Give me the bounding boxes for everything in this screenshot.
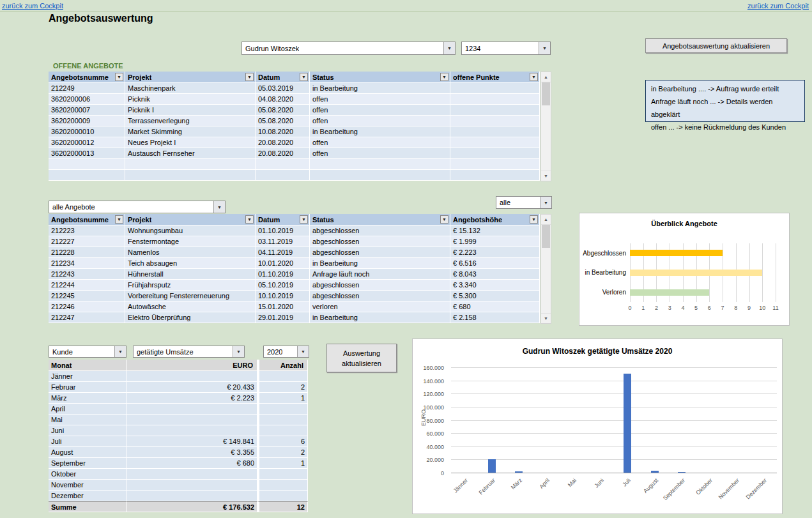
cell-projekt[interactable]: Neues Projekt I [125, 137, 256, 148]
cell-angebotsnummer[interactable]: 212243 [49, 269, 125, 280]
cell-monat[interactable]: März [49, 393, 126, 404]
cell-status[interactable]: in Bearbeitung [310, 258, 450, 269]
cell-value[interactable]: € 6.516 [450, 258, 540, 269]
cell-projekt[interactable]: Frühjahrsputz [125, 280, 256, 291]
filter-dropdown-icon[interactable]: ▼ [245, 215, 254, 224]
cell-projekt[interactable]: Fenstermontage [125, 236, 256, 247]
cell-status[interactable]: offen [310, 137, 450, 148]
cell-euro[interactable]: € 20.433 [126, 382, 257, 393]
cell-datum[interactable]: 15.01.2020 [256, 301, 310, 312]
cell-value[interactable]: € 1.999 [450, 236, 540, 247]
cell-projekt[interactable]: Elektro Überprüfung [125, 312, 256, 323]
scroll-down-icon[interactable]: ▼ [541, 171, 551, 181]
cell-angebotsnummer[interactable]: 36202000010 [49, 126, 125, 137]
cell-anzahl[interactable] [257, 371, 308, 382]
cell-status[interactable] [310, 170, 450, 181]
cell-angebotsnummer[interactable]: 212246 [49, 301, 125, 312]
cell-angebotsnummer[interactable]: 212249 [49, 83, 125, 94]
cell-datum[interactable]: 05.03.2019 [256, 83, 310, 94]
chevron-down-icon[interactable]: ▼ [213, 201, 225, 213]
cell-projekt[interactable]: Austausch Fernseher [125, 148, 256, 159]
cell-datum[interactable]: 04.08.2020 [256, 94, 310, 105]
cell-value[interactable]: € 2.158 [450, 312, 540, 323]
cell-status[interactable]: in Bearbeitung [310, 83, 450, 94]
cell-value[interactable] [450, 105, 540, 116]
cell-euro[interactable] [126, 404, 257, 415]
cell-datum[interactable]: 10.01.2020 [256, 258, 310, 269]
cell-anzahl[interactable] [257, 415, 308, 425]
cell-status[interactable]: abgeschlossen [310, 280, 450, 291]
scroll-thumb[interactable] [542, 225, 550, 248]
cell-monat[interactable]: Dezember [49, 491, 126, 501]
back-to-cockpit-link[interactable]: zurück zum Cockpit [747, 2, 809, 10]
cell-anzahl[interactable]: 1 [257, 393, 308, 404]
cell-value[interactable]: € 15.132 [450, 225, 540, 236]
cell-angebotsnummer[interactable]: 3620200009 [49, 116, 125, 126]
cell-angebotsnummer[interactable]: 212223 [49, 225, 125, 236]
filter-dropdown-icon[interactable]: ▼ [115, 215, 123, 224]
cell-angebotsnummer[interactable]: 3620200006 [49, 94, 125, 105]
cell-summe-anzahl[interactable]: 12 [257, 501, 308, 512]
cell-summe-label[interactable]: Summe [49, 501, 126, 512]
cell-value[interactable] [450, 170, 540, 181]
cell-euro[interactable] [126, 491, 257, 501]
cell-datum[interactable]: 10.10.2019 [256, 291, 310, 301]
cell-datum[interactable]: 20.08.2020 [256, 148, 310, 159]
filter-dropdown-icon[interactable]: ▼ [115, 73, 123, 81]
cell-status[interactable]: offen [310, 94, 450, 105]
cell-anzahl[interactable]: 1 [257, 458, 308, 469]
chevron-down-icon[interactable]: ▼ [540, 197, 551, 208]
cell-summe-euro[interactable]: € 176.532 [126, 501, 257, 512]
cell-euro[interactable] [126, 480, 257, 491]
code-dropdown[interactable]: 1234 ▼ [461, 42, 551, 55]
cell-status[interactable]: abgeschlossen [310, 291, 450, 301]
filter-dropdown-icon[interactable]: ▼ [530, 215, 538, 224]
cell-monat[interactable]: April [49, 404, 126, 415]
cell-value[interactable]: € 8.043 [450, 269, 540, 280]
cell-value[interactable] [450, 83, 540, 94]
cell-datum[interactable]: 03.11.2019 [256, 236, 310, 247]
cell-angebotsnummer[interactable]: 212245 [49, 291, 125, 301]
cell-euro[interactable] [126, 371, 257, 382]
cell-projekt[interactable]: Namenlos [125, 247, 256, 258]
scroll-thumb[interactable] [542, 82, 550, 105]
cell-anzahl[interactable]: 2 [257, 382, 308, 393]
cell-status[interactable] [310, 159, 450, 170]
filter-dropdown-icon[interactable]: ▼ [245, 73, 254, 81]
cell-value[interactable] [450, 126, 540, 137]
filter-dropdown-icon[interactable]: ▼ [300, 215, 308, 224]
cell-projekt[interactable]: Vorbereitung Fenstererneuerung [125, 291, 256, 301]
employee-dropdown[interactable]: Gudrun Witoszek ▼ [241, 42, 456, 55]
cell-value[interactable] [450, 94, 540, 105]
chevron-down-icon[interactable]: ▼ [443, 42, 455, 54]
refresh-sales-button[interactable]: Auswertung aktualisieren [326, 344, 397, 372]
cell-angebotsnummer[interactable]: 212227 [49, 236, 125, 247]
chevron-down-icon[interactable]: ▼ [114, 346, 126, 357]
refresh-evaluation-button[interactable]: Angebotsauswertung aktualisieren [645, 38, 787, 53]
filter-dropdown-icon[interactable]: ▼ [440, 73, 448, 81]
cell-monat[interactable]: Jänner [49, 371, 126, 382]
cell-projekt[interactable]: Wohnungsumbau [125, 225, 256, 236]
cell-euro[interactable] [126, 415, 257, 425]
chevron-down-icon[interactable]: ▼ [233, 346, 244, 357]
cell-status[interactable]: abgeschlossen [310, 225, 450, 236]
filter-dropdown-icon[interactable]: ▼ [530, 73, 538, 81]
cell-projekt[interactable]: Teich absaugen [125, 258, 256, 269]
cell-value[interactable] [450, 116, 540, 126]
filter-dropdown-icon[interactable]: ▼ [300, 73, 308, 81]
year-dropdown[interactable]: 2020 ▼ [263, 346, 309, 358]
cell-anzahl[interactable] [257, 480, 308, 491]
cell-angebotsnummer[interactable]: 36202000012 [49, 137, 125, 148]
cell-projekt[interactable]: Hühnerstall [125, 269, 256, 280]
scope-dropdown[interactable]: alle ▼ [496, 196, 552, 209]
cell-projekt[interactable]: Market Skimming [125, 126, 256, 137]
scroll-down-icon[interactable]: ▼ [541, 313, 551, 323]
cell-status[interactable]: verloren [310, 301, 450, 312]
cell-value[interactable] [450, 159, 540, 170]
cell-datum[interactable] [256, 159, 310, 170]
cell-monat[interactable]: August [49, 447, 126, 458]
cell-value[interactable] [450, 148, 540, 159]
cell-status[interactable]: abgeschlossen [310, 247, 450, 258]
cell-datum[interactable]: 29.01.2019 [256, 312, 310, 323]
cell-datum[interactable]: 01.10.2019 [256, 269, 310, 280]
